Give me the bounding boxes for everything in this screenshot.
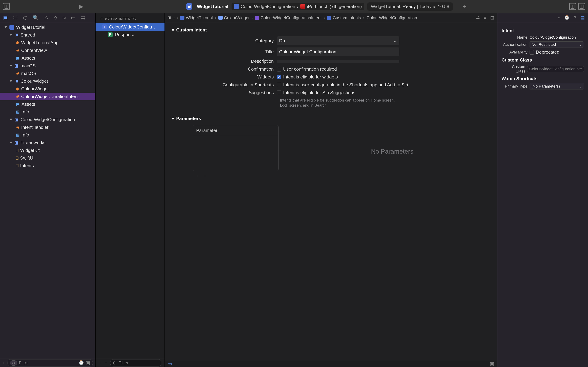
inspector-body: Intent NameColourWidgetConfiguration Aut… (497, 22, 588, 94)
report-tab[interactable]: ▤ (81, 15, 85, 21)
debug-view-icon[interactable]: ▭ (168, 361, 172, 367)
assets-icon: ▣ (16, 102, 20, 106)
description-input[interactable] (277, 60, 399, 63)
widgets-checkbox-label: Intent is eligible for widgets (283, 74, 338, 80)
tree-framework[interactable]: ⎕Intents (0, 162, 95, 169)
crumb-folder[interactable]: ColourWidget (218, 15, 249, 20)
chevron-down-icon: ▾ (172, 116, 174, 121)
tree-file[interactable]: ◉macOS (0, 70, 95, 77)
category-select[interactable]: Do (277, 36, 399, 45)
toolbar-right: ◫ ◫ (569, 3, 585, 10)
swap-icon[interactable]: ⇄ (476, 15, 480, 21)
intent-form: ▾Custom Intent CategoryDo TitleColour Wi… (165, 22, 497, 160)
inspector-toggle-icon[interactable]: ◫ (578, 3, 585, 10)
crumb-sep: › (324, 15, 325, 20)
crumb-item[interactable]: ColourWidgetConfiguration (367, 15, 417, 20)
run-button[interactable]: ▶ (79, 3, 84, 10)
tree-file[interactable]: ▦Info (0, 131, 95, 139)
remove-intent-button[interactable]: − (104, 360, 107, 366)
scheme-selector[interactable]: ColourWidgetConfiguration › iPod touch (… (232, 3, 364, 10)
breakpoint-tab[interactable]: ▭ (71, 15, 75, 21)
scheme-icon (234, 4, 239, 9)
deprecated-checkbox[interactable] (529, 50, 534, 55)
project-title: WidgetTutorial (197, 4, 228, 9)
status-sep: | (417, 4, 418, 9)
suggestions-checkbox[interactable] (277, 91, 281, 95)
add-button[interactable]: + (463, 3, 467, 10)
crumb-section[interactable]: Custom Intents (327, 15, 361, 20)
section-parameters[interactable]: ▾Parameters (172, 116, 490, 121)
add-editor-icon[interactable]: ⊞ (490, 15, 494, 21)
filter-scope-icon[interactable]: ⊙ (10, 360, 17, 366)
insp-class-input[interactable]: ColourWidgetConfigurationInte (527, 66, 584, 72)
tree-file[interactable]: ◉ColourWidget (0, 85, 95, 93)
tree-framework[interactable]: ⎕SwiftUI (0, 154, 95, 162)
sidebar-toggle-icon[interactable]: ◫ (3, 3, 10, 10)
widgets-checkbox[interactable]: ✓ (277, 75, 281, 79)
filter-placeholder: Filter (19, 360, 29, 366)
find-tab[interactable]: 🔍 (33, 15, 39, 21)
add-intent-button[interactable]: + (99, 360, 101, 366)
tree-group-shared[interactable]: ▾▣Shared (0, 31, 95, 39)
help-inspector-tab[interactable]: ? (574, 15, 576, 20)
navigator-filter[interactable]: ⊙ Filter ⌚ ▣ (8, 359, 93, 367)
jump-bar: ⊞ ‹ › WidgetTutorial › ColourWidget › Co… (165, 13, 497, 22)
crumb-file[interactable]: ColourWidgetConfigurationIntent (255, 15, 321, 20)
tree-group-macos[interactable]: ▾▣macOS (0, 62, 95, 70)
tree-framework[interactable]: ⎕WidgetKit (0, 146, 95, 154)
library-toggle-icon[interactable]: ◫ (569, 3, 576, 10)
tree-file[interactable]: ▣Assets (0, 54, 95, 62)
insp-primary-select[interactable]: (No Parameters) (529, 83, 584, 90)
file-inspector-tab[interactable]: ▫ (558, 15, 560, 20)
crumb-project[interactable]: WidgetTutorial (180, 15, 213, 20)
project-navigator-tab[interactable]: ▣ (3, 15, 8, 21)
jump-bar-right: ⇄ ≡ ⊞ (476, 15, 494, 21)
intent-item[interactable]: IColourWidgetConfigu… (95, 23, 164, 31)
tree-project-root[interactable]: ▾WidgetTutorial (0, 23, 95, 31)
add-file-button[interactable]: + (2, 360, 5, 366)
title-input[interactable]: Colour Widget Configuration (277, 48, 399, 56)
intents-sidebar: CUSTOM INTENTS IColourWidgetConfigu… RRe… (95, 13, 165, 367)
symbol-tab[interactable]: ⌬ (23, 15, 27, 21)
crumb-sep: › (215, 15, 216, 20)
debug-toggle-icon[interactable]: ▣ (490, 361, 494, 367)
confirmation-checkbox[interactable] (277, 67, 281, 71)
insp-class-label: Custom Class (502, 65, 527, 74)
tree-group-colourwidget[interactable]: ▾▣ColourWidget (0, 77, 95, 85)
intents-filter-placeholder: Filter (119, 360, 129, 366)
shortcuts-checkbox[interactable] (277, 83, 281, 87)
device-name: iPod touch (7th generation) (307, 4, 362, 9)
folder-icon (218, 16, 223, 20)
chevron-down-icon: ▾ (172, 27, 174, 33)
recent-icon[interactable]: ⌚ (78, 360, 84, 366)
test-tab[interactable]: ◇ (53, 15, 57, 21)
attributes-inspector-tab[interactable]: ▤ (580, 15, 585, 20)
tree-group-frameworks[interactable]: ▾▣Frameworks (0, 139, 95, 146)
intent-response-item[interactable]: RResponse (95, 31, 164, 38)
tree-file[interactable]: ◉ContentView (0, 47, 95, 54)
suggestions-hint: Intents that are eligible for suggestion… (280, 98, 403, 108)
tree-file[interactable]: ◉IntentHandler (0, 123, 95, 131)
intents-filter[interactable]: ⊙ Filter (110, 359, 161, 367)
insp-name-value[interactable]: ColourWidgetConfiguration (529, 35, 584, 40)
framework-icon: ⎕ (16, 156, 18, 160)
status-state: Ready (403, 4, 416, 9)
debug-tab[interactable]: ⎋ (63, 15, 66, 21)
issue-tab[interactable]: ⚠ (44, 15, 48, 21)
response-icon: R (108, 32, 113, 37)
tree-file[interactable]: ▣Assets (0, 100, 95, 108)
scm-filter-icon[interactable]: ▣ (86, 360, 90, 366)
editor-layout-icon[interactable]: ≡ (484, 15, 486, 21)
nav-forward-button[interactable]: › (177, 15, 178, 20)
nav-back-button[interactable]: ‹ (173, 15, 175, 20)
tree-file-intent[interactable]: ◉ColourWidget…urationIntent (0, 93, 95, 100)
related-items-icon[interactable]: ⊞ (168, 15, 171, 20)
tree-file[interactable]: ◉WidgetTutorialApp (0, 39, 95, 47)
history-inspector-tab[interactable]: ⌚ (564, 15, 570, 20)
source-control-tab[interactable]: ⌘ (13, 15, 18, 21)
section-custom-intent[interactable]: ▾Custom Intent (172, 27, 490, 33)
label-category: Category (172, 38, 277, 43)
tree-group-config[interactable]: ▾▣ColourWidgetConfiguration (0, 116, 95, 123)
insp-auth-select[interactable]: Not Restricted (529, 42, 584, 48)
tree-file[interactable]: ▦Info (0, 108, 95, 116)
